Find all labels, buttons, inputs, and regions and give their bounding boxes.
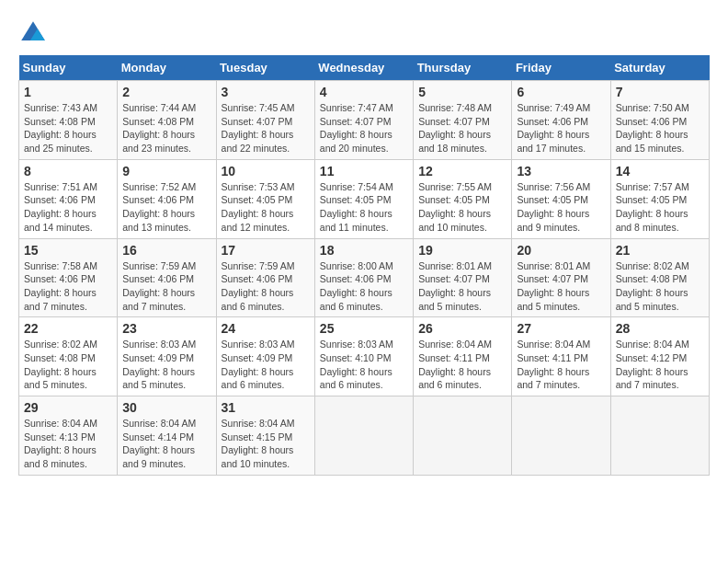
day-info: Sunrise: 7:43 AMSunset: 4:08 PMDaylight:… <box>24 101 112 155</box>
col-friday: Friday <box>512 55 610 81</box>
day-number: 25 <box>320 321 408 336</box>
day-info: Sunrise: 7:49 AMSunset: 4:06 PMDaylight:… <box>517 101 605 155</box>
col-monday: Monday <box>118 55 216 81</box>
col-sunday: Sunday <box>19 55 118 81</box>
calendar-cell: 2Sunrise: 7:44 AMSunset: 4:08 PMDaylight… <box>118 81 216 160</box>
day-info: Sunrise: 8:04 AMSunset: 4:15 PMDaylight:… <box>222 417 310 471</box>
calendar-cell: 7Sunrise: 7:50 AMSunset: 4:06 PMDaylight… <box>610 81 709 160</box>
day-number: 1 <box>24 85 112 99</box>
day-info: Sunrise: 8:03 AMSunset: 4:10 PMDaylight:… <box>320 338 408 392</box>
day-info: Sunrise: 7:44 AMSunset: 4:08 PMDaylight:… <box>122 101 210 155</box>
calendar-cell: 20Sunrise: 8:01 AMSunset: 4:07 PMDayligh… <box>512 238 610 317</box>
calendar-cell: 22Sunrise: 8:02 AMSunset: 4:08 PMDayligh… <box>19 317 118 396</box>
day-info: Sunrise: 7:45 AMSunset: 4:07 PMDaylight:… <box>222 101 310 155</box>
calendar-cell <box>512 396 610 476</box>
day-number: 18 <box>320 243 408 258</box>
calendar-cell: 14Sunrise: 7:57 AMSunset: 4:05 PMDayligh… <box>610 159 709 238</box>
day-number: 16 <box>122 243 210 258</box>
calendar-cell: 27Sunrise: 8:04 AMSunset: 4:11 PMDayligh… <box>512 317 610 396</box>
calendar-cell: 13Sunrise: 7:56 AMSunset: 4:05 PMDayligh… <box>512 159 610 238</box>
day-info: Sunrise: 8:04 AMSunset: 4:12 PMDaylight:… <box>616 338 704 392</box>
calendar-cell <box>414 396 512 476</box>
day-number: 15 <box>24 243 112 258</box>
day-number: 7 <box>616 85 704 99</box>
day-number: 10 <box>222 164 310 178</box>
day-number: 13 <box>517 164 605 178</box>
day-number: 2 <box>122 85 210 99</box>
day-info: Sunrise: 8:04 AMSunset: 4:13 PMDaylight:… <box>24 417 112 471</box>
calendar-cell: 21Sunrise: 8:02 AMSunset: 4:08 PMDayligh… <box>610 238 709 317</box>
calendar-cell: 9Sunrise: 7:52 AMSunset: 4:06 PMDaylight… <box>118 159 216 238</box>
calendar-cell: 17Sunrise: 7:59 AMSunset: 4:06 PMDayligh… <box>216 238 314 317</box>
day-info: Sunrise: 8:02 AMSunset: 4:08 PMDaylight:… <box>616 259 704 314</box>
calendar-cell: 10Sunrise: 7:53 AMSunset: 4:05 PMDayligh… <box>216 159 314 238</box>
calendar-cell: 11Sunrise: 7:54 AMSunset: 4:05 PMDayligh… <box>314 159 413 238</box>
day-number: 22 <box>24 321 112 336</box>
day-number: 12 <box>418 164 506 178</box>
day-info: Sunrise: 7:59 AMSunset: 4:06 PMDaylight:… <box>122 259 210 314</box>
day-info: Sunrise: 8:04 AMSunset: 4:14 PMDaylight:… <box>122 417 210 471</box>
calendar-cell: 18Sunrise: 8:00 AMSunset: 4:06 PMDayligh… <box>314 238 413 317</box>
day-number: 9 <box>122 164 210 178</box>
calendar-table: Sunday Monday Tuesday Wednesday Thursday… <box>18 55 710 476</box>
day-info: Sunrise: 8:01 AMSunset: 4:07 PMDaylight:… <box>517 259 605 314</box>
day-number: 31 <box>222 400 310 415</box>
day-number: 24 <box>222 321 310 336</box>
day-info: Sunrise: 8:00 AMSunset: 4:06 PMDaylight:… <box>320 259 408 314</box>
day-info: Sunrise: 7:55 AMSunset: 4:05 PMDaylight:… <box>418 180 506 235</box>
day-number: 8 <box>24 164 112 178</box>
col-thursday: Thursday <box>414 55 512 81</box>
calendar-cell: 15Sunrise: 7:58 AMSunset: 4:06 PMDayligh… <box>19 238 118 317</box>
day-number: 11 <box>320 164 408 178</box>
day-info: Sunrise: 7:51 AMSunset: 4:06 PMDaylight:… <box>24 180 112 235</box>
calendar-cell <box>314 396 413 476</box>
calendar-cell: 3Sunrise: 7:45 AMSunset: 4:07 PMDaylight… <box>216 81 314 160</box>
day-info: Sunrise: 7:52 AMSunset: 4:06 PMDaylight:… <box>122 180 210 235</box>
calendar-cell: 1Sunrise: 7:43 AMSunset: 4:08 PMDaylight… <box>19 81 118 160</box>
day-info: Sunrise: 8:04 AMSunset: 4:11 PMDaylight:… <box>517 338 605 392</box>
day-number: 6 <box>517 85 605 99</box>
day-number: 20 <box>517 243 605 258</box>
day-info: Sunrise: 7:50 AMSunset: 4:06 PMDaylight:… <box>616 101 704 155</box>
day-number: 26 <box>418 321 506 336</box>
day-info: Sunrise: 8:03 AMSunset: 4:09 PMDaylight:… <box>122 338 210 392</box>
calendar-cell: 19Sunrise: 8:01 AMSunset: 4:07 PMDayligh… <box>414 238 512 317</box>
calendar-cell: 8Sunrise: 7:51 AMSunset: 4:06 PMDaylight… <box>19 159 118 238</box>
calendar-cell: 23Sunrise: 8:03 AMSunset: 4:09 PMDayligh… <box>118 317 216 396</box>
calendar-cell: 26Sunrise: 8:04 AMSunset: 4:11 PMDayligh… <box>414 317 512 396</box>
day-number: 27 <box>517 321 605 336</box>
day-number: 28 <box>616 321 704 336</box>
calendar-row: 8Sunrise: 7:51 AMSunset: 4:06 PMDaylight… <box>19 159 710 238</box>
day-number: 29 <box>24 400 112 415</box>
day-number: 23 <box>122 321 210 336</box>
calendar-cell <box>610 396 709 476</box>
calendar-cell: 28Sunrise: 8:04 AMSunset: 4:12 PMDayligh… <box>610 317 709 396</box>
calendar-cell: 16Sunrise: 7:59 AMSunset: 4:06 PMDayligh… <box>118 238 216 317</box>
calendar-row: 15Sunrise: 7:58 AMSunset: 4:06 PMDayligh… <box>19 238 710 317</box>
calendar-cell: 12Sunrise: 7:55 AMSunset: 4:05 PMDayligh… <box>414 159 512 238</box>
day-number: 4 <box>320 85 408 99</box>
day-info: Sunrise: 7:47 AMSunset: 4:07 PMDaylight:… <box>320 101 408 155</box>
day-info: Sunrise: 7:53 AMSunset: 4:05 PMDaylight:… <box>222 180 310 235</box>
day-info: Sunrise: 7:57 AMSunset: 4:05 PMDaylight:… <box>616 180 704 235</box>
logo-icon <box>18 18 48 48</box>
day-info: Sunrise: 8:02 AMSunset: 4:08 PMDaylight:… <box>24 338 112 392</box>
day-info: Sunrise: 8:03 AMSunset: 4:09 PMDaylight:… <box>222 338 310 392</box>
calendar-cell: 5Sunrise: 7:48 AMSunset: 4:07 PMDaylight… <box>414 81 512 160</box>
col-tuesday: Tuesday <box>216 55 314 81</box>
calendar-cell: 29Sunrise: 8:04 AMSunset: 4:13 PMDayligh… <box>19 396 118 476</box>
calendar-cell: 25Sunrise: 8:03 AMSunset: 4:10 PMDayligh… <box>314 317 413 396</box>
day-number: 21 <box>616 243 704 258</box>
calendar-cell: 4Sunrise: 7:47 AMSunset: 4:07 PMDaylight… <box>314 81 413 160</box>
day-number: 17 <box>222 243 310 258</box>
day-number: 5 <box>418 85 506 99</box>
calendar-row: 29Sunrise: 8:04 AMSunset: 4:13 PMDayligh… <box>19 396 710 476</box>
page-header <box>18 18 710 48</box>
day-info: Sunrise: 8:04 AMSunset: 4:11 PMDaylight:… <box>418 338 506 392</box>
day-info: Sunrise: 7:59 AMSunset: 4:06 PMDaylight:… <box>222 259 310 314</box>
day-info: Sunrise: 7:54 AMSunset: 4:05 PMDaylight:… <box>320 180 408 235</box>
day-info: Sunrise: 7:58 AMSunset: 4:06 PMDaylight:… <box>24 259 112 314</box>
day-number: 14 <box>616 164 704 178</box>
day-info: Sunrise: 8:01 AMSunset: 4:07 PMDaylight:… <box>418 259 506 314</box>
calendar-cell: 31Sunrise: 8:04 AMSunset: 4:15 PMDayligh… <box>216 396 314 476</box>
